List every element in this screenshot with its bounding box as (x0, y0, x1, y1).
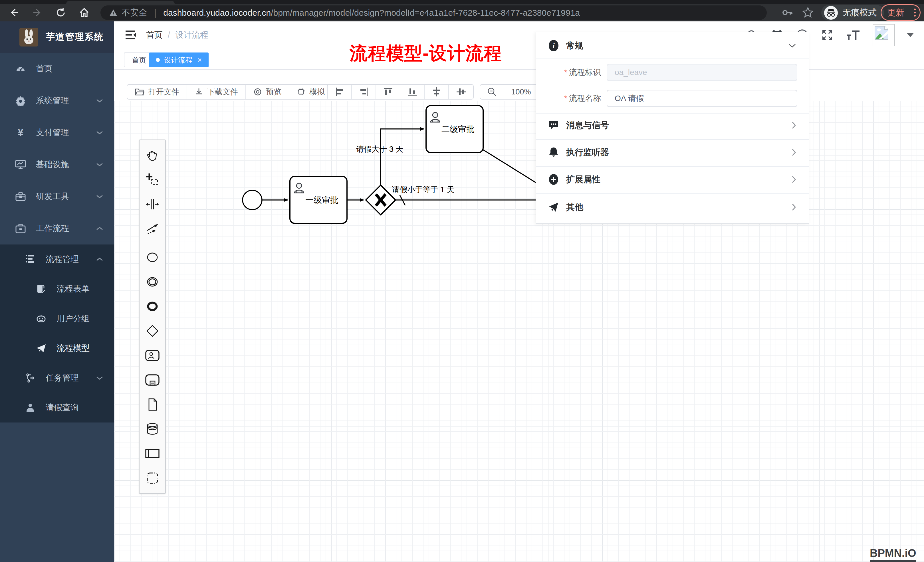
section-execution-listener[interactable]: 执行监听器 (536, 143, 809, 162)
hand-tool[interactable] (140, 143, 165, 168)
align-top-button[interactable] (376, 85, 400, 99)
divider (536, 58, 809, 58)
breadcrumb-home[interactable]: 首页 (146, 29, 163, 41)
create-data-object[interactable] (140, 392, 165, 417)
tab-design-process[interactable]: 设计流程 × (149, 52, 208, 67)
forward-button[interactable] (28, 4, 46, 21)
align-center-button[interactable] (449, 85, 473, 99)
flow-gateway-to-task2[interactable] (381, 129, 424, 186)
user-task-level1[interactable]: 一级审批 (290, 176, 347, 223)
create-gateway[interactable] (140, 319, 165, 343)
zoom-out-button[interactable] (480, 85, 504, 99)
font-size-icon[interactable] (846, 29, 861, 41)
sidebar-item-task-mgmt[interactable]: 任务管理 (0, 363, 114, 393)
open-file-button[interactable]: 打开文件 (127, 85, 187, 99)
section-message-signal[interactable]: 消息与信号 (536, 116, 809, 135)
password-key-button[interactable] (778, 4, 796, 21)
task-label: 一级审批 (305, 195, 339, 205)
section-general[interactable]: i 常规 (536, 36, 809, 55)
create-participant[interactable] (140, 441, 165, 466)
create-group[interactable] (140, 466, 165, 490)
section-extended-attrs[interactable]: 扩展属性 (536, 170, 809, 189)
url-bar[interactable]: 不安全 | dashboard.yudao.iocoder.cn/bpm/man… (100, 5, 767, 20)
start-event[interactable] (243, 190, 262, 210)
process-key-input[interactable] (607, 64, 797, 81)
user-task-level2[interactable]: 二级审批 (426, 106, 483, 153)
bpmn-palette (139, 139, 166, 494)
global-connect-tool[interactable] (140, 217, 165, 241)
preview-icon (254, 88, 262, 96)
process-name-input[interactable] (607, 90, 797, 107)
divider (536, 139, 809, 140)
sidebar-item-home[interactable]: 首页 (0, 53, 114, 85)
create-subprocess[interactable] (140, 368, 165, 392)
browser-chrome: 不安全 | dashboard.yudao.iocoder.cn/bpm/man… (0, 0, 924, 21)
divider (536, 193, 809, 194)
download-file-button[interactable]: 下载文件 (187, 85, 246, 99)
create-start-event[interactable] (140, 245, 165, 270)
menu-fold-button[interactable] (124, 28, 138, 42)
simulate-button[interactable]: 模拟 (290, 85, 332, 99)
sidebar-item-process-model[interactable]: 流程模型 (0, 334, 114, 363)
align-left-button[interactable] (328, 85, 352, 99)
task-label: 二级审批 (441, 125, 474, 134)
browser-menu-icon[interactable] (914, 9, 916, 16)
sidebar-item-process-form[interactable]: 流程表单 (0, 274, 114, 304)
reload-button[interactable] (52, 4, 70, 21)
security-label: 不安全 (122, 7, 147, 18)
back-button[interactable] (5, 4, 23, 21)
align-right-button[interactable] (352, 85, 376, 99)
app-logo[interactable]: 芋道管理系统 (0, 21, 114, 53)
sidebar-item-process-mgmt[interactable]: 流程管理 (0, 244, 114, 274)
sidebar-item-user-group[interactable]: 用户分组 (0, 304, 114, 334)
create-user-task[interactable] (140, 343, 165, 368)
chevron-down-icon[interactable] (788, 43, 796, 48)
chevron-down-icon (96, 130, 103, 135)
send-icon (548, 202, 560, 213)
active-dot-icon (156, 58, 160, 62)
section-title: 执行监听器 (566, 147, 609, 158)
chevron-right-icon (791, 175, 796, 184)
browser-update-button[interactable]: 更新 (880, 4, 921, 21)
align-middle-button[interactable] (424, 85, 449, 99)
browser-tab-strip (0, 0, 924, 4)
flow-label-gt[interactable]: 请假大于 3 天 (356, 145, 403, 153)
sidebar-item-leave-query[interactable]: 请假查询 (0, 393, 114, 423)
bpmn-io-link[interactable]: BPMN.iO (870, 547, 916, 562)
preview-button[interactable]: 预览 (246, 85, 290, 99)
sidebar-item-payment[interactable]: ¥ 支付管理 (0, 117, 114, 148)
toolbar-align-group (327, 84, 474, 100)
create-end-event[interactable] (140, 294, 165, 319)
sidebar-item-infra[interactable]: 基础设施 (0, 148, 114, 181)
zoom-level-label: 100% (511, 88, 531, 96)
chevron-down-icon (96, 194, 103, 199)
bell-icon (548, 147, 560, 158)
divider (536, 113, 809, 114)
section-other[interactable]: 其他 (536, 198, 809, 217)
chevron-right-icon (791, 121, 796, 129)
download-icon (195, 88, 203, 96)
home-button[interactable] (75, 4, 93, 21)
align-bottom-button[interactable] (400, 85, 424, 99)
exclusive-gateway[interactable] (366, 185, 396, 215)
create-data-store[interactable] (140, 417, 165, 441)
fullscreen-icon[interactable] (821, 28, 834, 42)
button-label: 打开文件 (148, 87, 179, 97)
field-process-key: *流程标识 (536, 64, 809, 81)
space-tool[interactable] (140, 192, 165, 217)
close-icon[interactable]: × (198, 55, 202, 64)
sidebar-item-devtools[interactable]: 研发工具 (0, 181, 114, 213)
sidebar-item-workflow[interactable]: 工作流程 (0, 213, 114, 244)
lasso-tool[interactable] (140, 168, 165, 192)
avatar[interactable] (873, 24, 895, 46)
bookmark-star-button[interactable] (799, 4, 817, 21)
form-edit-icon (35, 284, 47, 294)
breadcrumb-current: 设计流程 (175, 29, 208, 41)
create-intermediate-event[interactable] (140, 270, 165, 294)
svg-text:i: i (552, 42, 555, 50)
sidebar-item-system[interactable]: 系统管理 (0, 85, 114, 117)
flow-label-le[interactable]: 请假小于等于 1 天 (392, 186, 454, 194)
browser-tab[interactable] (66, 1, 175, 4)
avatar-dropdown-icon[interactable] (907, 33, 914, 37)
zoom-level[interactable]: 100% (504, 85, 538, 99)
